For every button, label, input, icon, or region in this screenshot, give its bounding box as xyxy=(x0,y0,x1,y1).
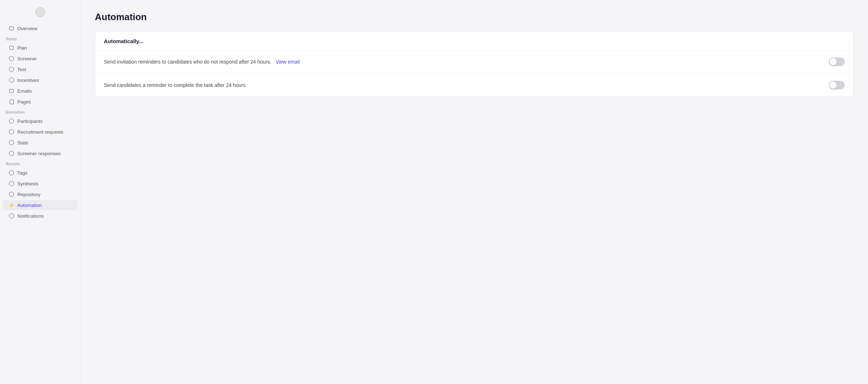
sidebar-item-label: Screener xyxy=(17,56,37,61)
automation-icon: ⚡ xyxy=(9,202,14,208)
plan-icon xyxy=(9,45,14,51)
sidebar-item-label: Recruitment requests xyxy=(17,129,63,135)
sidebar-item-label: Stats xyxy=(17,140,28,145)
sidebar-item-label: Pages xyxy=(17,99,31,105)
automation-row-2-text: Send candidates a reminder to complete t… xyxy=(104,82,820,89)
sidebar-section-setup: Setup xyxy=(0,34,80,42)
sidebar-item-screener-responses[interactable]: Screener responses xyxy=(3,148,77,158)
view-email-link[interactable]: View email xyxy=(276,59,300,65)
tags-icon xyxy=(9,170,14,176)
automation-section-title: Automatically... xyxy=(95,32,853,50)
pages-icon xyxy=(9,99,14,105)
sidebar-item-repository[interactable]: Repository xyxy=(3,189,77,199)
sidebar-item-label: Screener responses xyxy=(17,151,61,156)
recruitment-icon xyxy=(9,129,14,135)
participants-icon xyxy=(9,118,14,124)
test-icon xyxy=(9,66,14,72)
automation-row-1: Send invitation reminders to candidates … xyxy=(95,50,853,74)
sidebar-item-label: Incentives xyxy=(17,78,39,83)
sidebar-section-execution: Execution xyxy=(0,107,80,116)
logo-icon xyxy=(35,7,45,17)
sidebar-item-label: Automation xyxy=(17,203,42,208)
sidebar-item-overview[interactable]: Overview xyxy=(3,23,77,33)
sidebar-item-label: Repository xyxy=(17,192,41,197)
automation-row-2: Send candidates a reminder to complete t… xyxy=(95,74,853,97)
sidebar-item-synthesis[interactable]: Synthesis xyxy=(3,179,77,189)
sidebar: Overview Setup Plan Screener Test Incent… xyxy=(0,0,80,384)
automation-card: Automatically... Send invitation reminde… xyxy=(95,31,854,97)
sidebar-item-label: Notifications xyxy=(17,213,44,219)
screener-icon xyxy=(9,56,14,61)
sidebar-item-label: Overview xyxy=(17,26,37,31)
sidebar-item-notifications[interactable]: Notifications xyxy=(3,211,77,221)
sidebar-item-tags[interactable]: Tags xyxy=(3,168,77,178)
main-content: Automation Automatically... Send invitat… xyxy=(80,0,868,384)
sidebar-item-screener[interactable]: Screener xyxy=(3,54,77,64)
toggle-row-2[interactable] xyxy=(829,81,845,89)
repository-icon xyxy=(9,191,14,197)
sidebar-item-label: Participants xyxy=(17,119,43,124)
toggle-row-1[interactable] xyxy=(829,57,845,66)
incentives-icon xyxy=(9,77,14,83)
sidebar-item-label: Test xyxy=(17,67,26,72)
sidebar-item-incentives[interactable]: Incentives xyxy=(3,75,77,85)
sidebar-item-label: Tags xyxy=(17,170,28,176)
toggle-track-2[interactable] xyxy=(829,81,845,89)
sidebar-section-results: Results xyxy=(0,159,80,167)
notifications-icon xyxy=(9,213,14,219)
synthesis-icon xyxy=(9,181,14,186)
toggle-thumb-1 xyxy=(830,58,837,65)
overview-icon xyxy=(9,26,14,31)
sidebar-item-plan[interactable]: Plan xyxy=(3,43,77,53)
automation-row-1-text: Send invitation reminders to candidates … xyxy=(104,58,820,66)
screener-responses-icon xyxy=(9,151,14,156)
sidebar-item-pages[interactable]: Pages xyxy=(3,97,77,107)
sidebar-item-automation[interactable]: ⚡ Automation xyxy=(3,200,77,210)
sidebar-item-participants[interactable]: Participants xyxy=(3,116,77,126)
sidebar-item-stats[interactable]: Stats xyxy=(3,138,77,148)
sidebar-item-label: Emails xyxy=(17,88,32,94)
stats-icon xyxy=(9,140,14,145)
toggle-thumb-2 xyxy=(830,82,837,89)
page-title: Automation xyxy=(95,11,854,23)
toggle-track-1[interactable] xyxy=(829,57,845,66)
sidebar-item-test[interactable]: Test xyxy=(3,64,77,74)
emails-icon xyxy=(9,88,14,94)
sidebar-item-label: Plan xyxy=(17,45,27,51)
sidebar-logo xyxy=(0,4,80,23)
sidebar-item-label: Synthesis xyxy=(17,181,38,186)
sidebar-item-recruitment[interactable]: Recruitment requests xyxy=(3,127,77,137)
sidebar-item-emails[interactable]: Emails xyxy=(3,86,77,96)
